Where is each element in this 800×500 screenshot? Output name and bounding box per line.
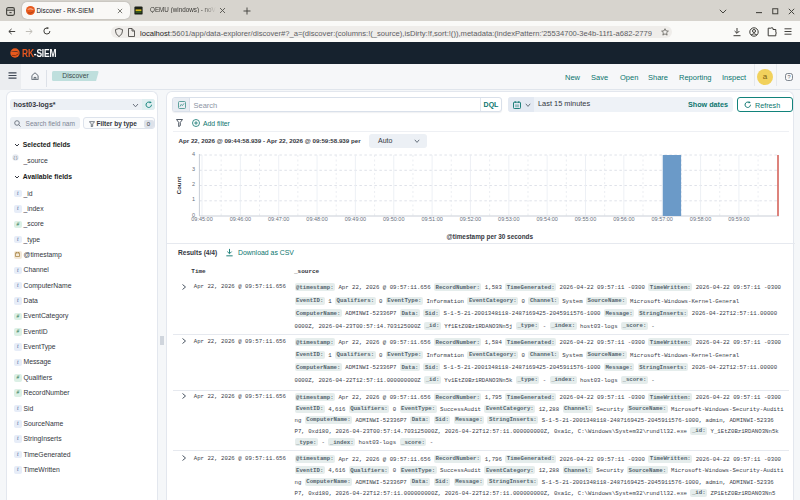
svg-text:@timestamp per 30 seconds: @timestamp per 30 seconds (447, 233, 534, 241)
svg-text:4: 4 (192, 151, 195, 157)
svg-text:2: 2 (192, 181, 195, 187)
svg-text:09:58:00: 09:58:00 (690, 216, 711, 222)
svg-text:?: ? (787, 74, 790, 80)
svg-text:09:50:00: 09:50:00 (383, 216, 404, 222)
svg-text:09:57:00: 09:57:00 (651, 216, 672, 222)
svg-text:1: 1 (192, 196, 195, 202)
svg-text:09:48:00: 09:48:00 (306, 216, 327, 222)
svg-text:09:56:00: 09:56:00 (613, 216, 634, 222)
svg-text:{}: {} (13, 156, 18, 160)
svg-text:09:54:00: 09:54:00 (536, 216, 557, 222)
svg-text:09:49:00: 09:49:00 (345, 216, 366, 222)
svg-text:09:53:00: 09:53:00 (498, 216, 519, 222)
svg-text:Count: Count (176, 177, 182, 194)
svg-text:09:45:00: 09:45:00 (191, 216, 212, 222)
svg-text:09:46:00: 09:46:00 (230, 216, 251, 222)
svg-text:09:47:00: 09:47:00 (268, 216, 289, 222)
svg-text:3: 3 (192, 166, 195, 172)
svg-text:09:51:00: 09:51:00 (421, 216, 442, 222)
svg-text:09:59:00: 09:59:00 (728, 216, 749, 222)
svg-text:09:55:00: 09:55:00 (575, 216, 596, 222)
svg-text:09:52:00: 09:52:00 (460, 216, 481, 222)
